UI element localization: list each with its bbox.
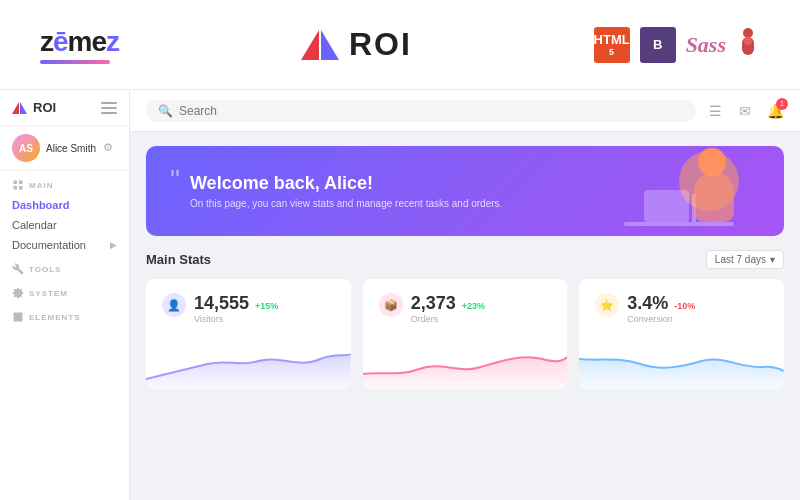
conversion-icon: ⭐ <box>595 293 619 317</box>
sass-text: Sass <box>686 32 726 57</box>
desk-monitor <box>644 190 689 222</box>
mail-icon[interactable]: ✉ <box>736 102 754 120</box>
notif-badge: 1 <box>776 98 788 110</box>
orders-value-row: 2,373 +23% <box>411 293 485 314</box>
hamburger-line-1 <box>101 102 117 104</box>
documentation-arrow: ▶ <box>110 240 117 250</box>
zemes-underline <box>40 60 110 64</box>
orders-chart <box>363 339 568 389</box>
menu-lines-icon[interactable]: ☰ <box>706 102 724 120</box>
topbar: 🔍 ☰ ✉ 🔔 1 <box>130 90 800 132</box>
conversion-value: 3.4% <box>627 293 668 314</box>
settings-icon[interactable]: ⚙ <box>103 141 117 155</box>
notification-icon[interactable]: 🔔 1 <box>766 102 784 120</box>
tech-badges: HTML 5 B Sass <box>594 27 760 63</box>
conversion-value-row: 3.4% -10% <box>627 293 695 314</box>
visitors-label: Visitors <box>194 314 278 324</box>
sidebar-item-documentation[interactable]: Documentation ▶ <box>0 235 129 255</box>
roi-logo: ROI <box>301 26 412 63</box>
stat-card-orders: 📦 2,373 +23% Orders <box>363 279 568 389</box>
desk-surface <box>624 222 734 226</box>
orders-change: +23% <box>462 301 485 311</box>
sass-badge: Sass <box>686 32 726 58</box>
svg-point-2 <box>744 37 752 45</box>
welcome-quote: " <box>170 166 180 194</box>
chevron-down-icon: ▾ <box>770 254 775 265</box>
bootstrap-badge: B <box>640 27 676 63</box>
hamburger-menu[interactable] <box>101 102 117 114</box>
topbar-icons: ☰ ✉ 🔔 1 <box>706 102 784 120</box>
conversion-label: Conversion <box>627 314 695 324</box>
welcome-banner: " Welcome back, Alice! On this page, you… <box>146 146 784 236</box>
hamburger-line-2 <box>101 107 117 109</box>
content-body: " Welcome back, Alice! On this page, you… <box>130 132 800 500</box>
visitors-change: +15% <box>255 301 278 311</box>
sidebar-header: ROI <box>0 90 129 126</box>
sidebar-brand: ROI <box>12 100 56 115</box>
sidebar: ROI AS Alice Smith ⚙ MAIN Dashboard Cale… <box>0 90 130 500</box>
stat-card-visitors-top: 👤 14,555 +15% Visitors <box>162 293 335 324</box>
html5-number: 5 <box>609 47 614 57</box>
roi-triangle-icon <box>301 30 339 60</box>
visitors-icon: 👤 <box>162 293 186 317</box>
welcome-subtitle: On this page, you can view stats and man… <box>190 198 502 209</box>
tri-left <box>301 30 319 60</box>
orders-label: Orders <box>411 314 485 324</box>
html5-badge: HTML 5 <box>594 27 630 63</box>
user-avatar: AS <box>12 134 40 162</box>
welcome-title: Welcome back, Alice! <box>190 173 502 194</box>
stat-card-orders-top: 📦 2,373 +23% Orders <box>379 293 552 324</box>
gulp-badge <box>736 27 760 63</box>
visitors-value-row: 14,555 +15% <box>194 293 278 314</box>
search-input[interactable] <box>179 104 684 118</box>
stats-cards: 👤 14,555 +15% Visitors <box>146 279 784 389</box>
stat-card-visitors: 👤 14,555 +15% Visitors <box>146 279 351 389</box>
sidebar-section-elements: ELEMENTS <box>0 303 129 327</box>
top-banner: zēmez ROI HTML 5 B Sass <box>0 0 800 90</box>
system-section-label: SYSTEM <box>12 287 117 299</box>
conversion-change: -10% <box>674 301 695 311</box>
sidebar-section-tools: TooLs <box>0 255 129 279</box>
visitors-data: 14,555 +15% Visitors <box>194 293 278 324</box>
stats-title: Main Stats <box>146 252 211 267</box>
stats-filter-label: Last 7 days <box>715 254 766 265</box>
visitors-value: 14,555 <box>194 293 249 314</box>
search-box: 🔍 <box>146 100 696 122</box>
welcome-text: Welcome back, Alice! On this page, you c… <box>190 173 502 209</box>
sidebar-tri-right <box>20 102 27 114</box>
orders-icon: 📦 <box>379 293 403 317</box>
person-body <box>694 172 734 222</box>
tri-right <box>321 30 339 60</box>
zemes-logo-container: zēmez <box>40 26 119 64</box>
tools-section-label: TooLs <box>12 263 117 275</box>
sidebar-tri-left <box>12 102 19 114</box>
sidebar-section-main: MAIN <box>0 171 129 195</box>
orders-data: 2,373 +23% Orders <box>411 293 485 324</box>
conversion-chart <box>579 339 784 389</box>
main-section-label: MAIN <box>12 179 117 191</box>
sidebar-section-system: SYSTEM <box>0 279 129 303</box>
stat-card-conversion-top: ⭐ 3.4% -10% Conversion <box>595 293 768 324</box>
elements-section-label: ELEMENTS <box>12 311 117 323</box>
svg-point-0 <box>743 28 753 38</box>
sidebar-tri-icon <box>12 102 27 114</box>
conversion-data: 3.4% -10% Conversion <box>627 293 695 324</box>
visitors-chart <box>146 339 351 389</box>
stat-card-conversion: ⭐ 3.4% -10% Conversion <box>579 279 784 389</box>
stats-filter-dropdown[interactable]: Last 7 days ▾ <box>706 250 784 269</box>
welcome-illustration <box>624 146 744 236</box>
hamburger-line-3 <box>101 112 117 114</box>
stats-header: Main Stats Last 7 days ▾ <box>146 250 784 269</box>
sidebar-item-dashboard[interactable]: Dashboard <box>0 195 129 215</box>
zemes-logo: zēmez <box>40 26 119 58</box>
html5-text: HTML <box>594 32 630 47</box>
dashboard-area: ROI AS Alice Smith ⚙ MAIN Dashboard Cale… <box>0 90 800 500</box>
roi-text: ROI <box>349 26 412 63</box>
user-row: AS Alice Smith ⚙ <box>0 126 129 171</box>
sidebar-brand-text: ROI <box>33 100 56 115</box>
sidebar-item-calendar[interactable]: Calendar <box>0 215 129 235</box>
search-icon: 🔍 <box>158 104 173 118</box>
user-name: Alice Smith <box>46 143 103 154</box>
orders-value: 2,373 <box>411 293 456 314</box>
gulp-icon <box>736 27 760 63</box>
